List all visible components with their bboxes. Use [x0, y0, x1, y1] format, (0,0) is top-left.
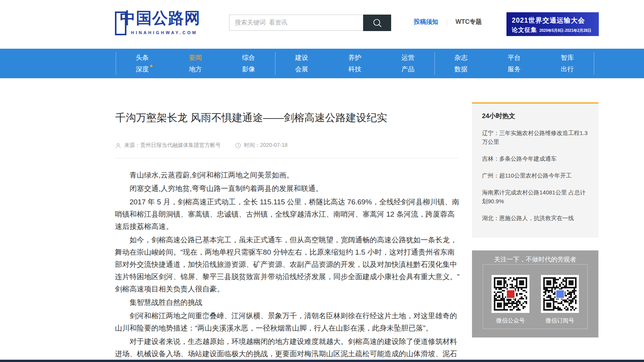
hot-article-link[interactable]: 湖北：恩施公路人，抗洪救灾在一线 — [482, 214, 589, 222]
clock-icon — [235, 142, 241, 149]
nav-item[interactable]: 科技 — [348, 66, 361, 72]
nav-column: 智库 出行 — [541, 49, 594, 78]
nav-column: 养护 科技 — [328, 49, 382, 78]
footer-edge — [0, 360, 644, 362]
hot-article-link[interactable]: 吉林：多条公路今年建成通车 — [482, 154, 589, 163]
nav-column: 运营 产品 — [381, 49, 434, 78]
nav-column: 建设 会展 — [275, 49, 328, 78]
qr-code-row: 微信公众号 微信订阅号 — [472, 275, 598, 324]
qr-finder-icon — [565, 277, 577, 288]
nav-item[interactable]: 平台 — [508, 54, 521, 61]
wtc-topic-link[interactable]: WTC专题 — [456, 18, 482, 26]
nav-item[interactable]: 杂志 — [454, 54, 467, 61]
nav-item[interactable]: 运营 — [401, 54, 415, 61]
logo-text: 中国公路网 — [120, 8, 200, 29]
nav-item[interactable]: 养护 — [348, 54, 361, 61]
notification-dot — [150, 65, 152, 67]
nav-item[interactable]: 地方 — [189, 66, 202, 72]
link-separator — [447, 19, 447, 25]
article-paragraph: 如今，剑榕高速公路已基本完工，虽未正式通车，但从高空眺望，宽阔通畅的高速公路犹如… — [115, 234, 460, 295]
follow-title: 关注一下，不做时代的旁观者 — [490, 255, 581, 264]
search-input[interactable] — [229, 15, 363, 31]
qr-finder-icon — [543, 299, 554, 311]
qr-finder-icon — [494, 299, 505, 311]
qr-finder-icon — [516, 277, 527, 288]
qr-finder-icon — [494, 277, 505, 288]
follow-title-wrap: 关注一下，不做时代的旁观者 — [472, 255, 598, 264]
hot-article-link[interactable]: 海南累计完成农村公路14081公里 占总计划90.9% — [482, 188, 589, 206]
nav-item[interactable]: 头条 — [136, 54, 149, 61]
nav-column: 要闻 地方 — [169, 49, 222, 78]
search-icon — [372, 18, 382, 28]
article-paragraph: 集智慧战胜自然的挑战 — [115, 296, 460, 309]
nav-column: 头条 深度 — [116, 49, 169, 78]
qr-code-unit: 微信公众号 — [492, 275, 529, 324]
user-icon — [115, 142, 121, 149]
search-bar — [229, 15, 392, 31]
nav-divider — [275, 52, 275, 75]
qr-center-logo — [506, 290, 515, 299]
hot-articles-panel: 24小时热文 辽宁：三年实施农村公路维修改造工程1.3万公里 吉林：多条公路今年… — [472, 102, 598, 238]
site-header: 中国公路网 HINAHIGHWAY.COM 投稿须知 WTC专题 2021世界交… — [0, 0, 644, 49]
nav-divider — [116, 52, 116, 75]
site-logo[interactable]: 中国公路网 HINAHIGHWAY.COM — [115, 10, 207, 39]
qr-code-image — [492, 275, 529, 313]
article-paragraph: 剑河和榕江两地之间重峦叠嶂、江河纵横、景象万千，清朝名臣林则徐在行经这片土地，对… — [115, 310, 460, 334]
nav-item[interactable]: 出行 — [561, 66, 574, 72]
nav-divider — [434, 52, 435, 75]
nav-item[interactable]: 要闻 — [189, 54, 202, 61]
hot-article-link[interactable]: 辽宁：三年实施农村公路维修改造工程1.3万公里 — [482, 128, 589, 146]
qr-code-image — [541, 275, 579, 313]
qr-code-unit: 微信订阅号 — [541, 275, 579, 324]
nav-item[interactable]: 服务 — [508, 66, 521, 72]
article-title: 千沟万壑架长龙 风雨不惧建通途——剑榕高速公路建设纪实 — [115, 111, 460, 125]
qr-finder-icon — [543, 277, 554, 288]
nav-item[interactable]: 深度 — [136, 66, 149, 72]
search-button[interactable] — [363, 15, 391, 31]
nav-item[interactable]: 数据 — [454, 66, 467, 72]
main-navigation: 头条 深度 要闻 地方 综合 影像 — [0, 49, 644, 78]
article-paragraph: 闭塞交通,人穷地贫,弯弯山路一直制约着两县的发展和联通。 — [115, 183, 460, 195]
nav-column: 平台 服务 — [488, 49, 541, 78]
banner-title: 2021世界交通运输大会 — [512, 16, 599, 25]
qr-center-logo — [556, 290, 565, 299]
follow-panel: 关注一下，不做时代的旁观者 微信公众号 — [472, 250, 598, 337]
article-source: 来源：贵州日报当代融媒体集团官方帐号 — [115, 142, 221, 149]
nav-divider — [594, 52, 594, 75]
hot-articles-title: 24小时热文 — [482, 112, 589, 120]
article-body: 青山绿水,云蒸霞蔚,剑河和榕江两地之间美景如画。 闭塞交通,人穷地贫,弯弯山路一… — [115, 169, 460, 362]
header-links: 投稿须知 WTC专题 — [414, 18, 482, 26]
article-meta: 来源：贵州日报当代融媒体集团官方帐号 时间：2020-07-18 — [115, 142, 459, 152]
qr-code-label: 微信公众号 — [492, 317, 529, 324]
nav-column: 杂志 数据 — [434, 49, 488, 78]
hot-article-link[interactable]: 广州：超110公里农村公路今年开工 — [482, 171, 589, 180]
article-paragraph: 青山绿水,云蒸霞蔚,剑河和榕江两地之间美景如画。 — [115, 169, 460, 181]
nav-item[interactable]: 影像 — [242, 66, 255, 72]
qr-code-label: 微信订阅号 — [541, 317, 579, 324]
nav-item[interactable]: 建设 — [295, 54, 308, 61]
nav-item[interactable]: 综合 — [242, 54, 255, 61]
article-paragraph: 2017 年 5 月，剑榕高速正式动工，全长 115.115 公里，桥隧比高达 … — [115, 196, 460, 233]
meta-divider — [115, 158, 459, 158]
nav-column: 综合 影像 — [222, 49, 275, 78]
nav-menu: 头条 深度 要闻 地方 综合 影像 — [116, 49, 594, 78]
article-time: 时间：2020-07-18 — [235, 142, 288, 149]
submission-guide-link[interactable]: 投稿须知 — [414, 18, 438, 26]
nav-item[interactable]: 会展 — [295, 66, 308, 72]
article-paragraph: 对于建设者来说，生态越原始，环境越幽闭的地方建设难度就越大。剑榕高速的建设除了便… — [115, 336, 460, 362]
nav-item[interactable]: 产品 — [401, 66, 415, 72]
banner-ad[interactable]: 2021世界交通运输大会 论文征集 2020年5月8日-2021年2月28日 — [506, 12, 599, 36]
logo-tagline: HINAHIGHWAY.COM — [131, 30, 197, 35]
hot-articles-list: 辽宁：三年实施农村公路维修改造工程1.3万公里 吉林：多条公路今年建成通车 广州… — [482, 128, 589, 222]
nav-item[interactable]: 智库 — [561, 54, 574, 61]
